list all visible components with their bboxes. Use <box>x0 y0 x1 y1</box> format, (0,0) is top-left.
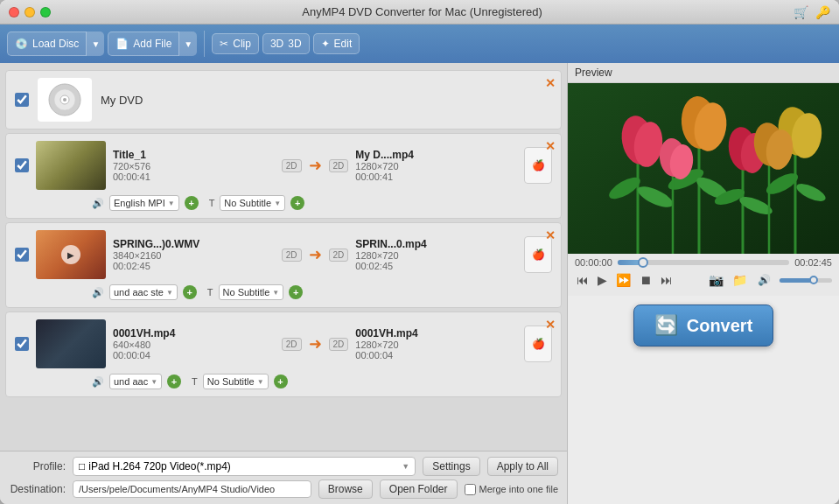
video-0-title: Title_1 <box>113 149 275 161</box>
convert-button[interactable]: 🔄 Convert <box>633 304 773 346</box>
video-0-close-btn[interactable]: ✕ <box>545 139 556 153</box>
browse-button[interactable]: Browse <box>318 480 373 499</box>
titlebar: AnyMP4 DVD Converter for Mac (Unregister… <box>0 0 839 24</box>
audio-icon-0: 🔊 <box>92 198 104 209</box>
video-1-title: SPRING...)0.WMV <box>113 238 275 250</box>
video-2-checkbox[interactable] <box>15 337 29 351</box>
video-2-output-badge: 2D <box>329 338 349 351</box>
cart-icon[interactable]: 🛒 <box>794 5 808 19</box>
close-btn[interactable] <box>9 7 19 18</box>
stop-btn[interactable]: ⏹ <box>638 271 654 289</box>
video-0-bottom: 🔊 English MPI ▼ + T No Subtitle ▼ + <box>6 193 561 218</box>
next-frame-btn[interactable]: ⏭ <box>659 271 675 289</box>
video-0-output-badge: 2D <box>329 159 349 172</box>
convert-area: 🔄 Convert <box>568 296 839 355</box>
video-2-output-info: 0001VH.mp4 1280×720 00:00:04 <box>355 327 517 360</box>
progress-handle[interactable] <box>638 257 648 268</box>
profile-select[interactable]: □ iPad H.264 720p Video(*.mp4) ▼ <box>73 457 416 476</box>
dvd-close-btn[interactable]: ✕ <box>545 76 556 90</box>
video-1-checkbox[interactable] <box>15 248 29 262</box>
video-0-dims: 720×576 <box>113 161 275 172</box>
video-1-top: ▶ SPRING...)0.WMV 3840×2160 00:02:45 2D … <box>6 223 561 283</box>
video-0-checkbox[interactable] <box>15 158 29 172</box>
left-panel: My DVD ✕ ✕ Title_1 7 <box>0 63 568 504</box>
video-0-output-dims: 1280×720 <box>355 161 517 172</box>
video-1-add-audio-btn[interactable]: + <box>183 285 197 299</box>
clip-icon: ✂ <box>220 38 228 50</box>
edit-button[interactable]: ✦ Edit <box>313 33 360 54</box>
add-file-button[interactable]: 📄 Add File <box>108 32 178 56</box>
merge-checkbox[interactable] <box>465 484 476 495</box>
preview-video <box>568 83 839 254</box>
profile-select-value: iPad H.264 720p Video(*.mp4) <box>88 460 231 472</box>
play-btn-1[interactable]: ▶ <box>61 245 80 264</box>
add-file-dropdown[interactable]: ▼ <box>178 32 197 56</box>
video-1-audio-select[interactable]: und aac ste ▼ <box>109 284 178 300</box>
folder-btn[interactable]: 📁 <box>731 271 749 289</box>
maximize-btn[interactable] <box>40 7 51 18</box>
3d-button[interactable]: 3D 3D <box>262 33 310 54</box>
load-disc-label: Load Disc <box>32 38 79 50</box>
profile-icon[interactable]: 🔑 <box>815 5 830 19</box>
play-btn[interactable]: ▶ <box>596 271 609 289</box>
prev-frame-btn[interactable]: ⏮ <box>575 271 591 289</box>
volume-handle[interactable] <box>809 276 818 284</box>
video-item-2: ✕ 0001VH.mp4 640×480 00:00:04 2D <box>5 312 562 397</box>
toolbar-separator-1 <box>204 31 205 57</box>
fast-forward-btn[interactable]: ⏩ <box>614 271 633 289</box>
video-1-arrow-icon: ➜ <box>309 245 322 264</box>
video-0-thumb <box>36 141 106 190</box>
destination-label: Destination: <box>9 483 66 495</box>
convert-label: Convert <box>687 316 753 336</box>
audio-chevron-1: ▼ <box>166 289 173 297</box>
open-folder-button[interactable]: Open Folder <box>380 480 458 499</box>
video-item-1: ✕ ▶ SPRING...)0.WMV 3840×2160 00:02:45 <box>5 222 562 308</box>
clip-button[interactable]: ✂ Clip <box>212 33 259 54</box>
destination-input[interactable] <box>73 480 311 498</box>
video-0-audio-select[interactable]: English MPI ▼ <box>109 195 179 211</box>
video-2-close-btn[interactable]: ✕ <box>545 318 556 332</box>
audio-chevron-0: ▼ <box>168 200 175 207</box>
apply-all-button[interactable]: Apply to All <box>487 457 558 476</box>
video-0-subtitle-label: No Subtitle <box>224 198 271 208</box>
video-1-add-sub-btn[interactable]: + <box>289 285 303 299</box>
video-1-output-info: SPRIN...0.mp4 1280×720 00:02:45 <box>355 238 517 271</box>
add-file-icon: 📄 <box>115 38 129 50</box>
volume-bar[interactable] <box>780 278 832 283</box>
video-1-close-btn[interactable]: ✕ <box>545 228 556 242</box>
screenshot-btn[interactable]: 📷 <box>707 271 725 289</box>
video-2-sub-select[interactable]: No Subtitle ▼ <box>203 374 269 389</box>
video-1-input-badge: 2D <box>282 248 302 262</box>
video-0-add-sub-btn[interactable]: + <box>290 196 304 210</box>
progress-bar[interactable] <box>618 260 789 265</box>
profile-row: Profile: □ iPad H.264 720p Video(*.mp4) … <box>9 457 558 476</box>
video-0-duration: 00:00:41 <box>113 172 275 182</box>
dvd-checkbox[interactable] <box>15 93 29 107</box>
3d-icon: 3D <box>270 38 283 50</box>
video-2-audio-label: und aac <box>114 376 148 387</box>
video-1-sub-select[interactable]: No Subtitle ▼ <box>219 284 284 300</box>
load-disc-dropdown[interactable]: ▼ <box>86 32 104 56</box>
video-2-add-sub-btn[interactable]: + <box>274 374 288 388</box>
video-2-audio-select[interactable]: und aac ▼ <box>109 374 162 389</box>
load-disc-button[interactable]: 💿 Load Disc <box>7 32 86 56</box>
dvd-name: My DVD <box>101 94 143 107</box>
audio-chevron-2: ▼ <box>150 378 157 386</box>
convert-icon: 🔄 <box>654 314 678 337</box>
settings-button[interactable]: Settings <box>423 457 479 476</box>
window-controls <box>9 7 51 18</box>
3d-label: 3D <box>288 38 301 50</box>
video-2-output-dims: 1280×720 <box>355 340 517 350</box>
video-2-add-audio-btn[interactable]: + <box>167 374 181 388</box>
video-2-output-dur: 00:00:04 <box>355 350 517 360</box>
sub-chevron-0: ▼ <box>274 200 281 207</box>
video-0-add-audio-btn[interactable]: + <box>185 196 199 210</box>
time-row: 00:00:00 00:02:45 <box>575 257 832 268</box>
video-0-output-info: My D....mp4 1280×720 00:00:41 <box>355 149 517 182</box>
controls-row: ⏮ ▶ ⏩ ⏹ ⏭ 📷 📁 🔊 <box>575 271 832 289</box>
video-0-sub-select[interactable]: No Subtitle ▼ <box>220 195 285 211</box>
disc-icon: 💿 <box>15 38 28 50</box>
window-title: AnyMP4 DVD Converter for Mac (Unregister… <box>51 5 794 18</box>
minimize-btn[interactable] <box>24 7 35 18</box>
subtitle-icon-1: T <box>207 287 213 298</box>
